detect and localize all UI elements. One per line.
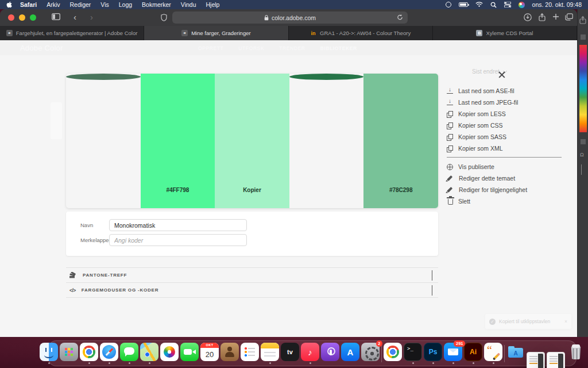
name-input[interactable] [109, 219, 247, 231]
browser-tab[interactable]: in GRA1 - A20->: AW04 - Colour Theory [289, 26, 433, 40]
control-center-icon[interactable] [504, 2, 511, 7]
privacy-shield-icon[interactable] [161, 14, 167, 21]
omega-icon: Ω [580, 152, 584, 158]
menu-item[interactable]: Rediger dette temaet [447, 172, 570, 184]
dock-messages[interactable] [120, 343, 138, 364]
siri-icon[interactable] [519, 2, 525, 8]
menubar-menu[interactable]: Bokmerker [142, 1, 171, 8]
dock-photos[interactable] [160, 343, 179, 364]
share-icon[interactable] [539, 13, 546, 21]
dock-contacts[interactable] [220, 343, 239, 364]
menu-item[interactable]: Slett [447, 195, 570, 207]
menu-item[interactable]: Kopier som LESS [447, 108, 570, 120]
menu-item-label: Slett [458, 198, 470, 205]
menu-item[interactable]: Rediger for tilgjengelighet [447, 184, 570, 195]
menubar-menu[interactable]: Logg [119, 1, 132, 8]
color-swatch[interactable]: #4FF798 [141, 74, 215, 208]
forward-button[interactable]: › [90, 13, 93, 21]
zoom-window-button[interactable] [30, 14, 36, 21]
chevron-down-icon [581, 164, 582, 175]
tab-favicon: B [476, 30, 482, 36]
menu-item[interactable]: Last ned som ASE-fil [447, 85, 570, 97]
dock-mail[interactable]: 291 [444, 343, 462, 364]
back-button[interactable]: ‹ [74, 13, 76, 21]
close-window-button[interactable] [8, 14, 14, 21]
spotlight-search-icon[interactable] [490, 2, 497, 8]
desktop-screen: Safari Arkiv Rediger Vis Logg Bokmerker … [0, 0, 588, 368]
tab-favicon: in [310, 30, 316, 36]
menubar-menu[interactable]: Vindu [181, 1, 196, 8]
dock-divider[interactable] [381, 345, 382, 362]
menubar-menu[interactable]: Rediger [70, 1, 91, 8]
menubar-menu[interactable]: Arkiv [47, 1, 60, 8]
dock-illustrator[interactable]: Ai Ai [464, 343, 482, 364]
minimize-window-button[interactable] [19, 14, 25, 21]
new-tab-icon[interactable] [552, 13, 559, 20]
dock-divider-2[interactable] [504, 345, 505, 362]
menubar-menu[interactable]: Safari [20, 1, 37, 8]
menu-item[interactable]: Vis publiserte [447, 161, 570, 172]
menubar-clock[interactable]: ons. 20. okt. 09:48 [532, 1, 582, 8]
wifi-icon[interactable] [475, 2, 483, 7]
downloads-icon[interactable] [524, 13, 532, 21]
dock-facetime[interactable] [180, 343, 199, 364]
apple-menu-icon[interactable] [6, 1, 12, 8]
dock-minimized-window[interactable] [527, 343, 545, 364]
dock-appstore[interactable]: A A [341, 343, 359, 364]
tab-overview-icon[interactable] [565, 13, 573, 21]
address-bar[interactable]: color.adobe.com [172, 12, 408, 24]
pantone-icon [69, 272, 77, 279]
dock-app-icon [40, 343, 58, 361]
tags-input[interactable] [109, 234, 247, 246]
menu-item[interactable]: Kopier som XML [447, 143, 570, 154]
browser-tab[interactable]: « Mine farger, Graderinger [144, 26, 288, 40]
dock-applications-folder[interactable]: A A [506, 343, 525, 364]
dock-chrome[interactable] [80, 343, 98, 364]
menu-item[interactable]: Kopier som SASS [447, 131, 570, 143]
dock-writer[interactable]: “ “ [484, 343, 502, 364]
dock-minimized-window-2[interactable] [547, 343, 565, 364]
dock-finder[interactable] [40, 343, 58, 364]
color-swatch[interactable]: Kopier [215, 74, 289, 208]
hue-slider[interactable] [579, 45, 587, 132]
sidebar-toggle-icon[interactable] [52, 13, 60, 20]
pantone-section-row[interactable]: PANTONE-TREFF [66, 268, 438, 283]
dock-safari[interactable] [100, 343, 118, 364]
dock-settings[interactable]: 2 [361, 343, 380, 364]
running-indicator [412, 362, 414, 364]
dock-notes[interactable] [261, 343, 279, 364]
creative-cloud-icon[interactable] [446, 2, 451, 7]
dock-app-icon: OKT OKT 20 [200, 343, 219, 361]
dock-chrome-2[interactable] [384, 343, 402, 364]
dock-reminders[interactable] [241, 343, 259, 364]
menubar-menus: Safari Arkiv Rediger Vis Logg Bokmerker … [20, 1, 219, 8]
dock-calendar[interactable]: OKT OKT 20 [200, 343, 219, 364]
menu-item[interactable]: Last ned som JPEG-fil [447, 97, 570, 108]
dock-app-icon [120, 343, 138, 361]
menubar-menu[interactable]: Vis [100, 1, 109, 8]
menu-item-icon [447, 175, 454, 182]
reload-icon[interactable] [397, 14, 403, 21]
dock-terminal[interactable]: >_ >_ [404, 343, 422, 364]
menu-item[interactable]: Kopier som CSS [447, 120, 570, 131]
dock-app-icon: Ps Ps [424, 343, 442, 361]
dock-tv[interactable]: tv tv [281, 343, 299, 364]
dock-launchpad[interactable] [60, 343, 78, 364]
dock-maps[interactable] [140, 343, 158, 364]
close-menu-icon[interactable] [498, 71, 506, 79]
browser-tab[interactable]: « Fargehjulet, en fargepalettgenerator |… [0, 26, 144, 40]
menu-item-label: Rediger for tilgjengelighet [459, 186, 527, 193]
browser-tab[interactable]: B Xyleme CDS Portal [433, 26, 577, 40]
dock-music[interactable]: ♪ ♪ [301, 343, 319, 364]
color-swatch[interactable]: #78C298 [363, 74, 438, 208]
menubar-menu[interactable]: Hjelp [206, 1, 220, 8]
dock-app-icon: >_ >_ [404, 343, 422, 361]
dock-podcasts[interactable] [321, 343, 339, 364]
color-swatch[interactable]: #267548 [289, 74, 364, 80]
dock-photoshop[interactable]: Ps Ps [424, 343, 442, 364]
safari-window: ‹ › color.adobe.com [0, 9, 577, 337]
dock-trash[interactable] [567, 343, 585, 364]
color-modes-section-row[interactable]: </> FARGEMODUSER OG -KODER [66, 283, 438, 298]
color-swatch[interactable]: #49755C [66, 74, 141, 80]
battery-icon[interactable] [459, 2, 468, 7]
